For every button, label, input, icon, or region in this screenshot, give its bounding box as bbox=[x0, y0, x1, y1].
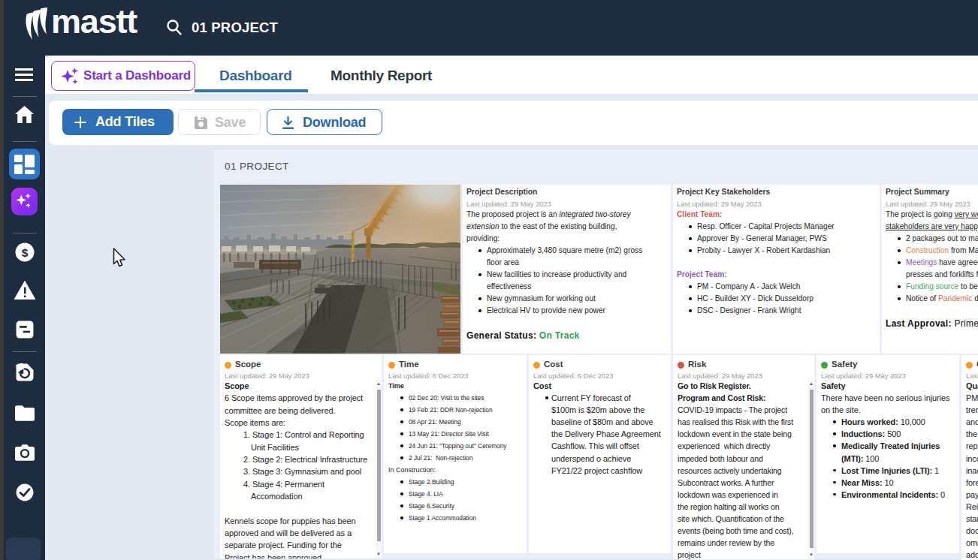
svg-text:$: $ bbox=[22, 246, 29, 259]
